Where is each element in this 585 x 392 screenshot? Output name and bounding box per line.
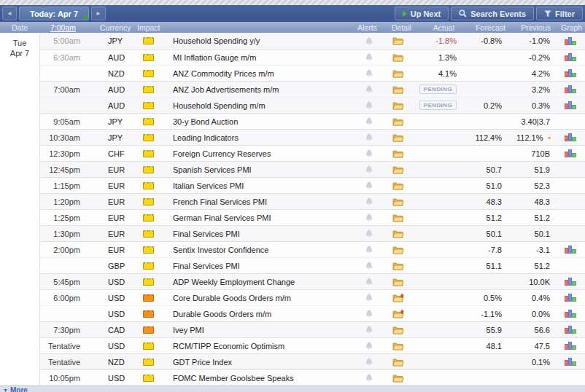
event-row[interactable]: GBP Final Services PMI bbox=[40, 257, 585, 273]
event-row[interactable]: 1:20pm EUR French Final Services PMI bbox=[40, 193, 585, 209]
alert-bell-icon[interactable] bbox=[365, 53, 373, 61]
event-title[interactable]: GDT Price Index bbox=[168, 358, 356, 366]
event-row[interactable]: 12:45pm EUR Spanish Services PMI bbox=[40, 161, 585, 177]
event-row[interactable]: 12:30pm CHF Foreign Currency Reserves bbox=[40, 145, 585, 161]
detail-folder-icon[interactable] bbox=[392, 358, 404, 366]
today-button[interactable]: Today: Apr 7 bbox=[19, 7, 89, 20]
alert-bell-icon[interactable] bbox=[365, 342, 373, 350]
event-title[interactable]: Sentix Investor Confidence bbox=[168, 246, 356, 254]
detail-folder-icon[interactable] bbox=[392, 36, 404, 45]
graph-icon[interactable] bbox=[565, 342, 576, 350]
event-row[interactable]: Tentative USD RCM/TIPP Economic Optimism bbox=[40, 337, 585, 353]
detail-folder-icon[interactable] bbox=[392, 213, 404, 222]
event-row[interactable]: NZD ANZ Commodity Prices m/m bbox=[40, 65, 585, 81]
event-row[interactable]: 2:00pm EUR Sentix Investor Confidence bbox=[40, 241, 585, 257]
event-title[interactable]: ANZ Commodity Prices m/m bbox=[168, 69, 356, 78]
event-title[interactable]: 30-y Bond Auction bbox=[168, 117, 356, 126]
event-row[interactable]: 5:45pm USD ADP Weekly Employment Change bbox=[40, 273, 585, 289]
graph-icon[interactable] bbox=[565, 149, 576, 157]
alert-bell-icon[interactable] bbox=[365, 294, 373, 302]
alert-bell-icon[interactable] bbox=[365, 326, 373, 334]
event-row[interactable]: 9:05am JPY 30-y Bond Auction bbox=[40, 113, 585, 129]
alert-bell-icon[interactable] bbox=[365, 165, 373, 173]
event-title[interactable]: Household Spending y/y bbox=[168, 36, 356, 45]
alert-bell-icon[interactable] bbox=[365, 101, 373, 109]
detail-folder-icon[interactable] bbox=[392, 133, 404, 142]
event-row[interactable]: 5:00am JPY Household Spending y/y bbox=[40, 33, 585, 49]
graph-icon[interactable] bbox=[565, 358, 576, 366]
graph-icon[interactable] bbox=[565, 85, 576, 93]
detail-folder-icon[interactable] bbox=[392, 181, 404, 190]
event-row[interactable]: AUD Household Spending m/m bbox=[40, 97, 585, 113]
detail-folder-icon[interactable] bbox=[392, 69, 404, 78]
graph-icon[interactable] bbox=[565, 294, 576, 302]
event-title[interactable]: ADP Weekly Employment Change bbox=[168, 278, 356, 286]
event-title[interactable]: Ivey PMI bbox=[168, 326, 356, 334]
event-row[interactable]: USD Durable Goods Orders m/m bbox=[40, 305, 585, 321]
event-row[interactable]: 7:30pm CAD Ivey PMI bbox=[40, 321, 585, 337]
graph-icon[interactable] bbox=[565, 37, 576, 45]
detail-folder-icon[interactable] bbox=[392, 53, 404, 62]
filter-button[interactable]: Filter bbox=[536, 7, 583, 20]
event-title[interactable]: Leading Indicators bbox=[168, 133, 356, 142]
event-title[interactable]: Final Services PMI bbox=[168, 230, 356, 238]
alert-bell-icon[interactable] bbox=[365, 133, 373, 141]
event-row[interactable]: 7:00am AUD ANZ Job Advertisements m/m bbox=[40, 81, 585, 97]
detail-folder-icon[interactable] bbox=[392, 165, 404, 174]
event-row[interactable]: Tentative NZD GDT Price Index bbox=[40, 353, 585, 369]
event-title[interactable]: Spanish Services PMI bbox=[168, 165, 356, 174]
graph-icon[interactable] bbox=[565, 101, 576, 109]
search-events-button[interactable]: Search Events bbox=[451, 7, 534, 20]
detail-folder-icon[interactable] bbox=[392, 262, 404, 270]
event-title[interactable]: Household Spending m/m bbox=[168, 101, 356, 110]
alert-bell-icon[interactable] bbox=[365, 181, 373, 189]
event-title[interactable]: ANZ Job Advertisements m/m bbox=[168, 85, 356, 94]
event-title[interactable]: RCM/TIPP Economic Optimism bbox=[168, 342, 356, 350]
event-row[interactable]: 1:30pm EUR Final Services PMI bbox=[40, 225, 585, 241]
event-title[interactable]: MI Inflation Gauge m/m bbox=[168, 53, 356, 62]
event-title[interactable]: French Final Services PMI bbox=[168, 197, 356, 206]
graph-icon[interactable] bbox=[565, 53, 576, 61]
previous-day-button[interactable]: ◄ bbox=[2, 7, 17, 20]
graph-icon[interactable] bbox=[565, 133, 576, 141]
graph-icon[interactable] bbox=[565, 278, 576, 286]
detail-folder-icon[interactable] bbox=[392, 342, 404, 350]
event-title[interactable]: FOMC Member Goolsbee Speaks bbox=[168, 374, 356, 383]
up-next-button[interactable]: Up Next bbox=[395, 7, 449, 20]
detail-folder-icon[interactable] bbox=[392, 197, 404, 206]
event-row[interactable]: 6:00pm USD Core Durable Goods Orders m/m bbox=[40, 289, 585, 305]
graph-icon[interactable] bbox=[565, 69, 576, 77]
alert-bell-icon[interactable] bbox=[365, 278, 373, 286]
detail-folder-icon[interactable] bbox=[392, 294, 404, 302]
alert-bell-icon[interactable] bbox=[365, 246, 373, 254]
alert-bell-icon[interactable] bbox=[365, 230, 373, 238]
alert-bell-icon[interactable] bbox=[365, 358, 373, 366]
detail-folder-icon[interactable] bbox=[392, 278, 404, 286]
event-row[interactable]: 10:30am JPY Leading Indicators bbox=[40, 129, 585, 145]
alert-bell-icon[interactable] bbox=[365, 310, 373, 318]
alert-bell-icon[interactable] bbox=[365, 213, 373, 222]
detail-folder-icon[interactable] bbox=[392, 149, 404, 158]
next-day-button[interactable]: ► bbox=[91, 7, 106, 20]
event-row[interactable]: 1:15pm EUR Italian Services PMI bbox=[40, 177, 585, 193]
detail-folder-icon[interactable] bbox=[392, 374, 404, 383]
event-row[interactable]: 6:30am AUD MI Inflation Gauge m/m bbox=[40, 49, 585, 65]
alert-bell-icon[interactable] bbox=[365, 69, 373, 77]
graph-icon[interactable] bbox=[565, 246, 576, 254]
event-title[interactable]: Core Durable Goods Orders m/m bbox=[168, 294, 356, 302]
detail-folder-icon[interactable] bbox=[392, 246, 404, 254]
event-title[interactable]: German Final Services PMI bbox=[168, 213, 356, 222]
detail-folder-icon[interactable] bbox=[392, 85, 404, 94]
event-row[interactable]: 1:25pm EUR German Final Services PMI bbox=[40, 209, 585, 225]
detail-folder-icon[interactable] bbox=[392, 230, 404, 238]
event-title[interactable]: Foreign Currency Reserves bbox=[168, 149, 356, 158]
detail-folder-icon[interactable] bbox=[392, 310, 404, 318]
more-link[interactable]: ▼ More bbox=[3, 386, 28, 392]
graph-icon[interactable] bbox=[565, 326, 576, 334]
alert-bell-icon[interactable] bbox=[365, 374, 373, 382]
current-time-link[interactable]: 7:00am bbox=[50, 23, 76, 32]
alert-bell-icon[interactable] bbox=[365, 262, 373, 270]
detail-folder-icon[interactable] bbox=[392, 101, 404, 110]
event-row[interactable]: 10:05pm USD FOMC Member Goolsbee Speaks bbox=[40, 369, 585, 385]
event-title[interactable]: Durable Goods Orders m/m bbox=[168, 310, 356, 318]
